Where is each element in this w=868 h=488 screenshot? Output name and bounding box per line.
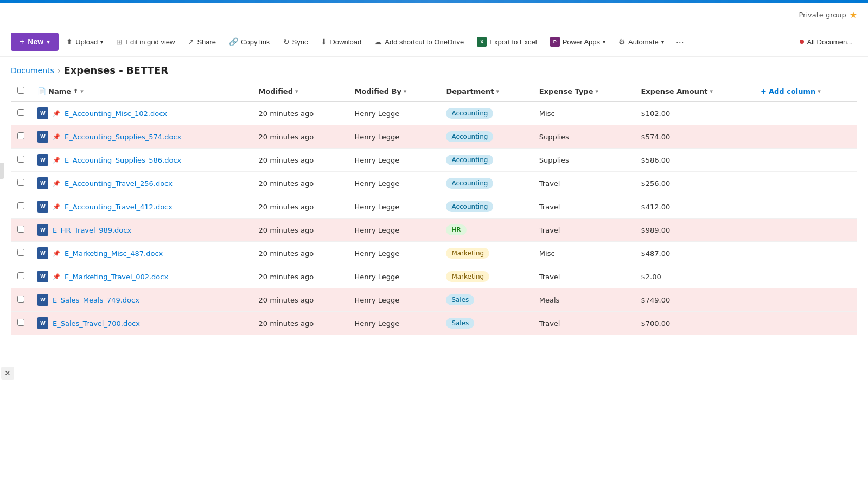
name-sort-asc-icon[interactable]: ↑ [73, 88, 78, 95]
power-apps-button[interactable]: P Power Apps ▾ [545, 34, 611, 50]
select-all-header[interactable] [11, 81, 31, 101]
expense-amount-cell: $487.00 [634, 242, 754, 265]
file-name-cell: W 📌 E_Accounting_Travel_412.docx [31, 195, 252, 219]
add-col-cell [754, 312, 857, 335]
department-badge: Accounting [446, 131, 493, 142]
add-col-cell [754, 265, 857, 288]
modified-by-cell: Henry Legge [348, 288, 440, 312]
file-name-link[interactable]: E_Accounting_Supplies_586.docx [65, 156, 181, 164]
add-col-cell [754, 101, 857, 125]
table-row: W E_Sales_Meals_749.docx 20 minutes ago … [11, 288, 857, 312]
row-checkbox[interactable] [17, 109, 24, 116]
edit-grid-button[interactable]: ⊞ Edit in grid view [111, 34, 180, 49]
automate-button[interactable]: ⚙ Automate ▾ [613, 34, 669, 49]
left-side-indicator [0, 163, 4, 179]
new-button[interactable]: + New ▾ [11, 33, 59, 51]
modified-filter-icon[interactable]: ▾ [295, 88, 298, 95]
col-header-modified-by[interactable]: Modified By ▾ [348, 81, 440, 101]
pin-icon: 📌 [53, 250, 60, 257]
col-header-name[interactable]: 📄 Name ↑ ▾ [31, 81, 252, 101]
pin-icon: 📌 [53, 133, 60, 140]
breadcrumb-separator: › [58, 66, 61, 75]
pin-icon: 📌 [53, 110, 60, 117]
department-cell: Accounting [439, 125, 532, 149]
modified-by-cell: Henry Legge [348, 125, 440, 149]
department-badge: Accounting [446, 155, 493, 165]
row-checkbox[interactable] [17, 202, 24, 209]
add-shortcut-button[interactable]: ☁ Add shortcut to OneDrive [369, 34, 469, 49]
col-header-expense-type[interactable]: Expense Type ▾ [533, 81, 635, 101]
export-excel-button[interactable]: X Export to Excel [471, 34, 542, 50]
export-excel-label: Export to Excel [489, 38, 537, 46]
expense-type-cell: Travel [533, 195, 635, 219]
row-checkbox-cell[interactable] [11, 219, 31, 242]
share-button[interactable]: ↗ Share [182, 34, 221, 49]
row-checkbox[interactable] [17, 272, 24, 279]
department-filter-icon[interactable]: ▾ [496, 88, 500, 95]
row-checkbox[interactable] [17, 156, 24, 163]
copy-link-button[interactable]: 🔗 Copy link [224, 34, 275, 49]
file-name-link[interactable]: E_Accounting_Travel_412.docx [65, 203, 173, 211]
name-filter-icon[interactable]: ▾ [80, 88, 84, 95]
favorite-star-icon[interactable]: ★ [850, 10, 857, 20]
file-name-link[interactable]: E_Accounting_Travel_256.docx [65, 179, 173, 188]
expense-type-cell: Meals [533, 288, 635, 312]
row-checkbox[interactable] [17, 132, 24, 139]
row-checkbox-cell[interactable] [11, 149, 31, 172]
file-name-link[interactable]: E_Marketing_Misc_487.docx [65, 249, 163, 258]
col-header-expense-amount[interactable]: Expense Amount ▾ [634, 81, 754, 101]
word-icon: W [37, 317, 48, 329]
expense-type-filter-icon[interactable]: ▾ [595, 88, 598, 95]
file-name-link[interactable]: E_Sales_Meals_749.docx [53, 296, 139, 304]
row-checkbox-cell[interactable] [11, 172, 31, 195]
select-all-checkbox[interactable] [17, 87, 24, 94]
col-header-add-column[interactable]: + Add column ▾ [754, 81, 857, 101]
file-name-link[interactable]: E_Marketing_Travel_002.docx [65, 273, 168, 281]
upload-button[interactable]: ⬆ Upload ▾ [61, 34, 108, 49]
expense-amount-cell: $700.00 [634, 312, 754, 335]
file-name-link[interactable]: E_Accounting_Supplies_574.docx [65, 133, 181, 141]
file-name-link[interactable]: E_Sales_Travel_700.docx [53, 319, 140, 328]
sync-button[interactable]: ↻ Sync [278, 34, 314, 49]
copy-link-label: Copy link [241, 38, 270, 46]
expense-amount-cell: $412.00 [634, 195, 754, 219]
expense-type-cell: Misc [533, 242, 635, 265]
breadcrumb-documents-link[interactable]: Documents [11, 66, 54, 75]
department-badge: Sales [446, 318, 474, 329]
department-badge: HR [446, 224, 466, 235]
row-checkbox-cell[interactable] [11, 288, 31, 312]
all-documents-button[interactable]: All Documen... [795, 35, 857, 49]
row-checkbox[interactable] [17, 226, 24, 233]
row-checkbox-cell[interactable] [11, 101, 31, 125]
file-name-link[interactable]: E_Accounting_Misc_102.docx [65, 110, 167, 118]
row-checkbox[interactable] [17, 296, 24, 303]
expense-amount-filter-icon[interactable]: ▾ [710, 88, 713, 95]
row-checkbox-cell[interactable] [11, 195, 31, 219]
expense-amount-cell: $574.00 [634, 125, 754, 149]
download-button[interactable]: ⬇ Download [315, 34, 367, 49]
department-badge: Marketing [446, 271, 489, 282]
row-checkbox-cell[interactable] [11, 125, 31, 149]
powerapps-icon: P [550, 37, 560, 47]
file-name-link[interactable]: E_HR_Travel_989.docx [53, 226, 131, 234]
download-label: Download [330, 38, 361, 46]
modified-by-filter-icon[interactable]: ▾ [404, 88, 407, 95]
add-column-chevron-icon[interactable]: ▾ [818, 88, 821, 95]
row-checkbox[interactable] [17, 319, 24, 326]
department-cell: Accounting [439, 195, 532, 219]
row-checkbox[interactable] [17, 179, 24, 186]
header-bar: Private group ★ [0, 3, 868, 27]
word-icon: W [37, 201, 48, 213]
row-checkbox-cell[interactable] [11, 265, 31, 288]
row-checkbox-cell[interactable] [11, 312, 31, 335]
col-header-department[interactable]: Department ▾ [439, 81, 532, 101]
row-checkbox[interactable] [17, 249, 24, 256]
pin-icon: 📌 [53, 157, 60, 164]
new-chevron-icon: ▾ [47, 38, 50, 46]
table-row: W 📌 E_Accounting_Misc_102.docx 20 minute… [11, 101, 857, 125]
add-col-cell [754, 195, 857, 219]
col-header-modified[interactable]: Modified ▾ [252, 81, 348, 101]
more-options-button[interactable]: ··· [672, 33, 688, 51]
department-badge: Accounting [446, 178, 493, 189]
row-checkbox-cell[interactable] [11, 242, 31, 265]
